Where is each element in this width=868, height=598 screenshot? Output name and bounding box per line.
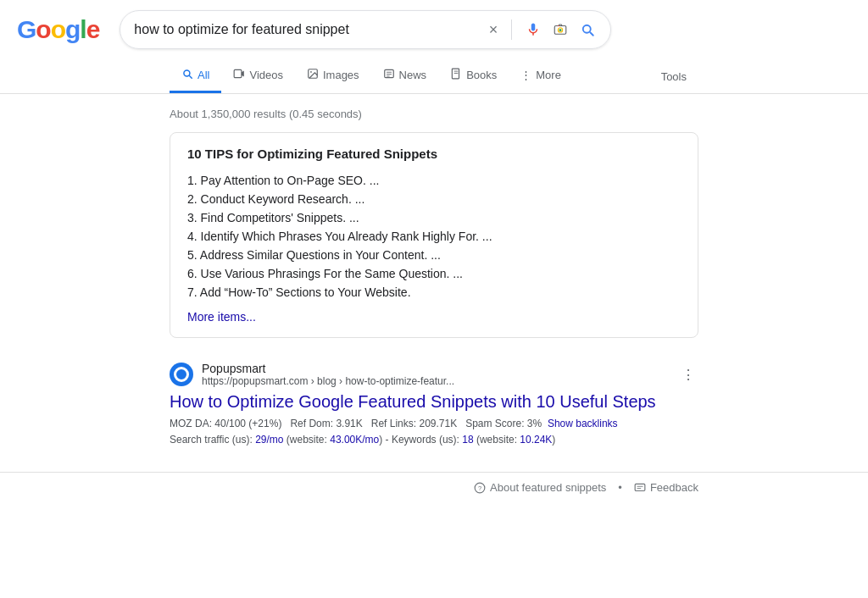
nav-tabs: All Videos Images News Books ⋮ More Tool… — [0, 54, 868, 94]
result-item: Popupsmart https://popupsmart.com › blog… — [170, 353, 698, 448]
list-item: 4. Identify Which Phrases You Already Ra… — [187, 227, 681, 246]
voice-search-button[interactable] — [524, 20, 542, 39]
snippet-list: 1. Pay Attention to On-Page SEO. ... 2. … — [187, 171, 681, 302]
svg-rect-15 — [635, 484, 645, 490]
svg-text:?: ? — [478, 484, 481, 492]
images-icon — [307, 68, 319, 82]
result-meta-line2: Search traffic (us): — [170, 434, 255, 446]
more-dots-icon: ⋮ — [520, 69, 531, 81]
list-item: 3. Find Competitors' Snippets. ... — [187, 208, 681, 227]
tab-videos-label: Videos — [249, 69, 283, 81]
search-bar: how to optimize for featured snippet × — [120, 10, 611, 49]
question-icon: ? — [474, 482, 486, 494]
tab-news-label: News — [399, 69, 427, 81]
favicon-inner — [174, 367, 189, 382]
tab-books-label: Books — [466, 69, 497, 81]
footer-bar: ? About featured snippets • Feedback — [0, 472, 868, 502]
svg-rect-3 — [235, 69, 242, 77]
results-area: About 1,350,000 results (0.45 seconds) 1… — [0, 94, 868, 472]
search-icon — [580, 21, 595, 38]
tab-all-label: All — [198, 69, 209, 81]
search-small-icon — [181, 68, 193, 82]
list-item: 5. Address Similar Questions in Your Con… — [187, 246, 681, 264]
result-options-button[interactable]: ⋮ — [678, 363, 698, 386]
show-backlinks-link[interactable]: Show backlinks — [548, 418, 618, 429]
camera-icon — [553, 20, 568, 39]
clear-button[interactable]: × — [487, 19, 500, 41]
list-item: 1. Pay Attention to On-Page SEO. ... — [187, 171, 681, 190]
tab-more-label: More — [536, 69, 561, 81]
result-meta-website: (website: — [284, 434, 331, 446]
more-items-link[interactable]: More items... — [187, 310, 681, 324]
tab-books[interactable]: Books — [438, 59, 509, 93]
search-input[interactable]: how to optimize for featured snippet — [134, 22, 478, 37]
website-keywords-highlight: 10.24K — [520, 434, 552, 446]
snippet-title: 10 TIPS for Optimizing Featured Snippets — [187, 147, 681, 161]
svg-point-5 — [310, 71, 312, 73]
results-count: About 1,350,000 results (0.45 seconds) — [170, 99, 698, 132]
result-site-name: Popupsmart — [202, 362, 670, 375]
website-traffic-highlight: 43.00K/mo — [330, 434, 379, 446]
tab-videos[interactable]: Videos — [221, 59, 295, 93]
footer-separator: • — [618, 481, 622, 494]
favicon — [170, 363, 193, 386]
list-item: 7. Add “How-To” Sections to Your Website… — [187, 283, 681, 302]
books-icon — [450, 68, 462, 82]
search-submit-button[interactable] — [578, 20, 597, 39]
result-source: Popupsmart https://popupsmart.com › blog… — [170, 362, 698, 387]
about-snippets-link[interactable]: ? About featured snippets — [474, 481, 606, 494]
tab-news[interactable]: News — [371, 59, 439, 93]
image-search-button[interactable] — [551, 20, 570, 39]
result-meta-line1: MOZ DA: 40/100 (+21%) Ref Dom: 3.91K Ref… — [170, 418, 548, 429]
news-icon — [383, 68, 395, 82]
tab-images[interactable]: Images — [295, 59, 371, 93]
about-snippets-text: About featured snippets — [490, 481, 606, 494]
header: Google how to optimize for featured snip… — [0, 0, 868, 49]
featured-snippet: 10 TIPS for Optimizing Featured Snippets… — [170, 132, 698, 338]
video-icon — [233, 68, 245, 82]
google-logo: Google — [17, 15, 99, 44]
feedback-link[interactable]: Feedback — [634, 481, 698, 494]
result-title[interactable]: How to Optimize Google Featured Snippets… — [170, 390, 698, 413]
list-item: 2. Conduct Keyword Research. ... — [187, 190, 681, 208]
tab-more[interactable]: ⋮ More — [509, 60, 573, 92]
feedback-text: Feedback — [650, 481, 698, 494]
svg-point-2 — [559, 29, 562, 31]
microphone-icon — [526, 21, 541, 38]
tab-all[interactable]: All — [170, 59, 221, 93]
list-item: 6. Use Various Phrasings For the Same Qu… — [187, 264, 681, 283]
tools-button[interactable]: Tools — [649, 62, 698, 91]
feedback-icon — [634, 482, 646, 494]
traffic-highlight: 29/mo — [255, 434, 283, 446]
result-source-info: Popupsmart https://popupsmart.com › blog… — [202, 362, 670, 387]
keywords-highlight: 18 — [462, 434, 473, 446]
clear-icon: × — [489, 21, 498, 39]
search-divider — [511, 19, 512, 40]
svg-rect-10 — [452, 69, 459, 79]
result-meta: MOZ DA: 40/100 (+21%) Ref Dom: 3.91K Ref… — [170, 416, 698, 448]
tab-images-label: Images — [323, 69, 359, 81]
result-url: https://popupsmart.com › blog › how-to-o… — [202, 375, 670, 387]
